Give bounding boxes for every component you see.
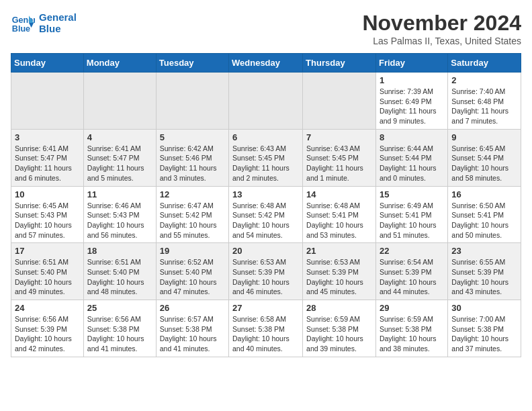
page-header: General Blue General Blue November 2024 … [11, 11, 521, 46]
day-number: 19 [160, 246, 225, 256]
calendar-day: 13Sunrise: 6:48 AM Sunset: 5:42 PM Dayli… [229, 186, 303, 243]
day-number: 5 [160, 132, 225, 142]
calendar-day: 11Sunrise: 6:46 AM Sunset: 5:43 PM Dayli… [83, 186, 156, 243]
calendar-header-row: SundayMondayTuesdayWednesdayThursdayFrid… [11, 54, 521, 73]
day-info: Sunrise: 6:44 AM Sunset: 5:44 PM Dayligh… [380, 144, 444, 183]
day-info: Sunrise: 6:45 AM Sunset: 5:44 PM Dayligh… [451, 144, 517, 183]
calendar-day: 26Sunrise: 6:57 AM Sunset: 5:38 PM Dayli… [156, 300, 228, 357]
day-number: 27 [232, 303, 299, 313]
day-info: Sunrise: 6:41 AM Sunset: 5:47 PM Dayligh… [87, 144, 152, 183]
day-number: 18 [87, 246, 152, 256]
day-header-sunday: Sunday [11, 54, 84, 73]
day-number: 15 [380, 189, 444, 199]
calendar-day: 9Sunrise: 6:45 AM Sunset: 5:44 PM Daylig… [448, 129, 521, 186]
day-number: 13 [232, 189, 299, 199]
day-number: 6 [232, 132, 299, 142]
calendar-week-row: 10Sunrise: 6:45 AM Sunset: 5:43 PM Dayli… [11, 186, 521, 243]
calendar-day [156, 73, 228, 130]
calendar-week-row: 3Sunrise: 6:41 AM Sunset: 5:47 PM Daylig… [11, 129, 521, 186]
calendar-day [303, 73, 376, 130]
day-info: Sunrise: 6:53 AM Sunset: 5:39 PM Dayligh… [232, 257, 299, 297]
day-number: 14 [306, 189, 372, 199]
svg-text:Blue: Blue [12, 24, 30, 34]
day-number: 9 [451, 132, 517, 142]
day-info: Sunrise: 6:47 AM Sunset: 5:42 PM Dayligh… [160, 201, 225, 240]
calendar-day: 19Sunrise: 6:52 AM Sunset: 5:40 PM Dayli… [156, 243, 228, 300]
calendar-day [83, 73, 156, 130]
day-number: 10 [15, 189, 80, 199]
calendar-day [11, 73, 84, 130]
day-info: Sunrise: 6:55 AM Sunset: 5:39 PM Dayligh… [451, 257, 517, 297]
day-number: 29 [380, 303, 444, 313]
day-info: Sunrise: 6:43 AM Sunset: 5:45 PM Dayligh… [232, 144, 299, 183]
calendar-day [229, 73, 303, 130]
day-number: 30 [451, 303, 517, 313]
day-number: 17 [15, 246, 80, 256]
day-number: 4 [87, 132, 152, 142]
day-number: 21 [306, 246, 372, 256]
day-info: Sunrise: 6:50 AM Sunset: 5:41 PM Dayligh… [451, 201, 517, 240]
day-info: Sunrise: 6:51 AM Sunset: 5:40 PM Dayligh… [87, 257, 152, 297]
calendar-day: 15Sunrise: 6:49 AM Sunset: 5:41 PM Dayli… [375, 186, 447, 243]
day-info: Sunrise: 6:58 AM Sunset: 5:38 PM Dayligh… [232, 314, 299, 354]
calendar-day: 24Sunrise: 6:56 AM Sunset: 5:39 PM Dayli… [11, 300, 84, 357]
day-number: 26 [160, 303, 225, 313]
calendar-day: 17Sunrise: 6:51 AM Sunset: 5:40 PM Dayli… [11, 243, 84, 300]
day-info: Sunrise: 6:54 AM Sunset: 5:39 PM Dayligh… [380, 257, 444, 297]
day-info: Sunrise: 6:48 AM Sunset: 5:42 PM Dayligh… [232, 201, 299, 240]
calendar-day: 18Sunrise: 6:51 AM Sunset: 5:40 PM Dayli… [83, 243, 156, 300]
day-number: 11 [87, 189, 152, 199]
calendar-day: 3Sunrise: 6:41 AM Sunset: 5:47 PM Daylig… [11, 129, 84, 186]
day-info: Sunrise: 6:56 AM Sunset: 5:38 PM Dayligh… [87, 314, 152, 354]
day-info: Sunrise: 7:40 AM Sunset: 6:48 PM Dayligh… [451, 87, 517, 126]
day-number: 2 [451, 75, 517, 85]
day-header-tuesday: Tuesday [156, 54, 228, 73]
day-info: Sunrise: 6:52 AM Sunset: 5:40 PM Dayligh… [160, 257, 225, 297]
day-header-saturday: Saturday [448, 54, 521, 73]
day-number: 12 [160, 189, 225, 199]
day-info: Sunrise: 6:59 AM Sunset: 5:38 PM Dayligh… [306, 314, 372, 354]
calendar-week-row: 1Sunrise: 7:39 AM Sunset: 6:49 PM Daylig… [11, 73, 521, 130]
logo: General Blue General Blue [11, 11, 77, 35]
day-info: Sunrise: 6:49 AM Sunset: 5:41 PM Dayligh… [380, 201, 444, 240]
day-number: 3 [15, 132, 80, 142]
calendar-day: 1Sunrise: 7:39 AM Sunset: 6:49 PM Daylig… [375, 73, 447, 130]
calendar-day: 2Sunrise: 7:40 AM Sunset: 6:48 PM Daylig… [448, 73, 521, 130]
calendar-day: 21Sunrise: 6:53 AM Sunset: 5:39 PM Dayli… [303, 243, 376, 300]
logo-icon: General Blue [11, 11, 35, 35]
day-number: 1 [380, 75, 444, 85]
calendar-day: 29Sunrise: 6:59 AM Sunset: 5:38 PM Dayli… [375, 300, 447, 357]
day-header-wednesday: Wednesday [229, 54, 303, 73]
location: Las Palmas II, Texas, United States [362, 36, 521, 46]
calendar-day: 12Sunrise: 6:47 AM Sunset: 5:42 PM Dayli… [156, 186, 228, 243]
day-number: 20 [232, 246, 299, 256]
calendar-day: 4Sunrise: 6:41 AM Sunset: 5:47 PM Daylig… [83, 129, 156, 186]
day-info: Sunrise: 7:39 AM Sunset: 6:49 PM Dayligh… [380, 87, 444, 126]
calendar-day: 27Sunrise: 6:58 AM Sunset: 5:38 PM Dayli… [229, 300, 303, 357]
calendar-week-row: 17Sunrise: 6:51 AM Sunset: 5:40 PM Dayli… [11, 243, 521, 300]
day-info: Sunrise: 6:48 AM Sunset: 5:41 PM Dayligh… [306, 201, 372, 240]
day-info: Sunrise: 6:56 AM Sunset: 5:39 PM Dayligh… [15, 314, 80, 354]
day-number: 22 [380, 246, 444, 256]
day-number: 24 [15, 303, 80, 313]
day-header-monday: Monday [83, 54, 156, 73]
day-info: Sunrise: 6:51 AM Sunset: 5:40 PM Dayligh… [15, 257, 80, 297]
month-title: November 2024 [362, 11, 521, 36]
day-info: Sunrise: 6:41 AM Sunset: 5:47 PM Dayligh… [15, 144, 80, 183]
calendar-day: 25Sunrise: 6:56 AM Sunset: 5:38 PM Dayli… [83, 300, 156, 357]
day-number: 16 [451, 189, 517, 199]
day-info: Sunrise: 6:43 AM Sunset: 5:45 PM Dayligh… [306, 144, 372, 183]
logo-blue: Blue [39, 23, 77, 34]
calendar-day: 23Sunrise: 6:55 AM Sunset: 5:39 PM Dayli… [448, 243, 521, 300]
calendar-day: 14Sunrise: 6:48 AM Sunset: 5:41 PM Dayli… [303, 186, 376, 243]
day-info: Sunrise: 6:46 AM Sunset: 5:43 PM Dayligh… [87, 201, 152, 240]
day-info: Sunrise: 6:42 AM Sunset: 5:46 PM Dayligh… [160, 144, 225, 183]
day-info: Sunrise: 6:45 AM Sunset: 5:43 PM Dayligh… [15, 201, 80, 240]
day-number: 23 [451, 246, 517, 256]
day-info: Sunrise: 6:59 AM Sunset: 5:38 PM Dayligh… [380, 314, 444, 354]
calendar-day: 8Sunrise: 6:44 AM Sunset: 5:44 PM Daylig… [375, 129, 447, 186]
day-info: Sunrise: 6:57 AM Sunset: 5:38 PM Dayligh… [160, 314, 225, 354]
day-number: 8 [380, 132, 444, 142]
calendar-day: 30Sunrise: 7:00 AM Sunset: 5:38 PM Dayli… [448, 300, 521, 357]
calendar-day: 16Sunrise: 6:50 AM Sunset: 5:41 PM Dayli… [448, 186, 521, 243]
